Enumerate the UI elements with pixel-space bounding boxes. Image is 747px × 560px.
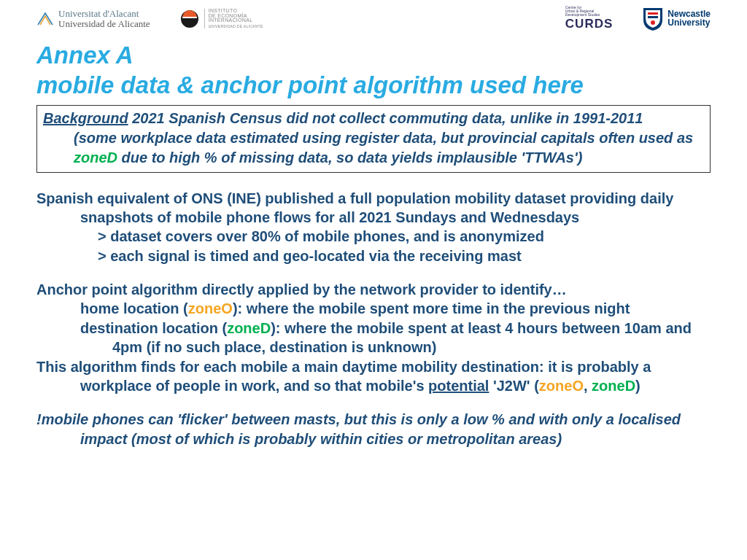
- iei-l3: INTERNACIONAL: [209, 18, 263, 23]
- shield-icon: [642, 7, 664, 31]
- zoneD-term-2: zoneD: [227, 320, 271, 336]
- potential-underline: potential: [428, 378, 489, 394]
- svg-rect-1: [182, 17, 197, 18]
- background-box: Background 2021 Spanish Census did not c…: [36, 105, 711, 173]
- bg-line2: (some workplace data estimated using reg…: [43, 128, 704, 168]
- slide-title: Annex A mobile data & anchor point algor…: [36, 40, 711, 101]
- ua-text-2: Universidad de Alicante: [58, 19, 150, 29]
- iei-logo: INSTITUTO DE ECONOMÍA INTERNACIONAL UNIV…: [179, 9, 263, 29]
- body-text: Spanish equivalent of ONS (INE) publishe…: [36, 189, 711, 449]
- background-label: Background: [43, 110, 128, 126]
- para-ine: Spanish equivalent of ONS (INE) publishe…: [36, 189, 711, 228]
- newcastle-logo: Newcastle University: [642, 7, 711, 31]
- nu-l2: University: [667, 19, 711, 27]
- zoneO-term: zoneO: [188, 300, 233, 316]
- svg-rect-3: [648, 16, 658, 18]
- iei-circle-icon: [179, 9, 200, 29]
- title-line2: mobile data & anchor point algorithm use…: [36, 71, 584, 98]
- iei-l4: UNIVERSIDAD DE ALICANTE: [209, 25, 263, 28]
- logo-bar: Universitat d'Alacant Universidad de Ali…: [0, 0, 747, 34]
- bullet-signal: > each signal is timed and geo-located v…: [36, 246, 711, 265]
- title-line1: Annex A: [36, 42, 133, 69]
- zoneD-term: zoneD: [74, 149, 117, 166]
- ua-text-1: Universitat d'Alacant: [58, 9, 150, 19]
- bg-rest: 2021 Spanish Census did not collect comm…: [128, 110, 643, 126]
- curds-logo: Centre for Urban & Regional Development …: [565, 6, 613, 31]
- para-j2w: This algorithm finds for each mobile a m…: [36, 357, 711, 396]
- bullet-coverage: > dataset covers over 80% of mobile phon…: [36, 227, 711, 246]
- para-anchor: Anchor point algorithm directly applied …: [36, 280, 711, 299]
- slide-content: Annex A mobile data & anchor point algor…: [0, 40, 747, 448]
- ua-triangle-icon: [36, 12, 54, 26]
- ua-logo: Universitat d'Alacant Universidad de Ali…: [36, 9, 150, 28]
- dest-location: destination location (zoneD): where the …: [36, 319, 711, 357]
- svg-point-4: [651, 20, 655, 25]
- para-flicker: !mobile phones can 'flicker' between mas…: [36, 410, 711, 448]
- svg-rect-2: [648, 12, 658, 15]
- curds-label: CURDS: [565, 17, 613, 31]
- home-location: home location (zoneO): where the mobile …: [36, 299, 711, 318]
